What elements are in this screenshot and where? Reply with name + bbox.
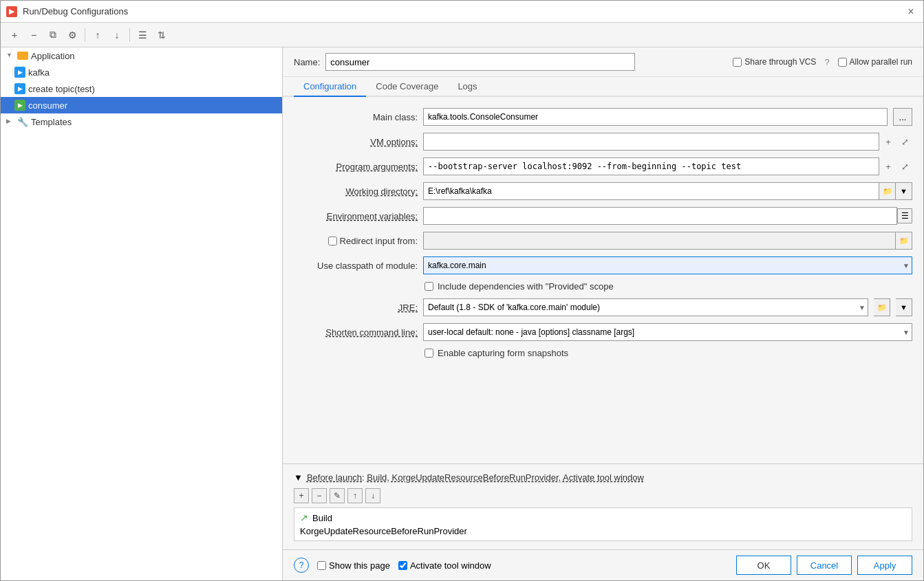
right-panel: Name: Share through VCS ? Allow parallel… <box>283 47 923 580</box>
collapse-icon: ▼ <box>294 472 303 483</box>
jre-browse-button[interactable]: 📁 <box>874 298 890 316</box>
env-vars-row: Environment variables: ☰ <box>294 207 912 225</box>
header-options: Share through VCS ? Allow parallel run <box>733 57 912 67</box>
bl-down-button[interactable]: ↓ <box>365 488 380 503</box>
include-deps-checkbox[interactable] <box>425 282 433 291</box>
show-page-checkbox-label[interactable]: Show this page <box>317 560 390 571</box>
templates-label: Templates <box>31 117 72 127</box>
working-dir-input[interactable] <box>423 182 879 200</box>
redirect-input-field[interactable] <box>423 232 896 250</box>
move-button[interactable]: ☰ <box>134 27 151 43</box>
vm-options-label: VM options: <box>294 137 418 147</box>
bl-remove-button[interactable]: − <box>312 488 327 503</box>
jre-dropdown-button[interactable]: ▼ <box>896 298 912 316</box>
main-class-input[interactable] <box>423 108 888 126</box>
sidebar-item-consumer[interactable]: ▶ consumer <box>1 97 282 113</box>
shorten-cmd-select[interactable]: user-local default: none - java [options… <box>423 323 912 341</box>
env-vars-label: Environment variables: <box>294 211 418 221</box>
jre-select[interactable]: Default (1.8 - SDK of 'kafka.core.main' … <box>423 298 868 316</box>
vm-options-input[interactable] <box>423 133 879 151</box>
remove-config-button[interactable]: − <box>25 27 42 43</box>
cancel-button[interactable]: Cancel <box>797 556 852 575</box>
program-args-expand2-button[interactable]: ⤢ <box>897 159 912 174</box>
share-vcs-checkbox-label[interactable]: Share through VCS <box>733 57 816 67</box>
activate-window-checkbox[interactable] <box>398 561 407 570</box>
working-dir-label: Working directory: <box>294 186 418 197</box>
activate-window-label: Activate tool window <box>410 560 491 571</box>
main-class-label: Main class: <box>294 112 418 122</box>
bl-up-button[interactable]: ↑ <box>347 488 363 503</box>
sidebar-item-application[interactable]: ▼ Application <box>1 47 282 64</box>
sidebar-item-kafka[interactable]: ▶ kafka <box>1 64 282 80</box>
expand-arrow-icon: ▼ <box>6 52 14 60</box>
build-label: Build <box>312 513 332 523</box>
run-config-icon: ▶ <box>14 67 25 78</box>
config-panel: Main class: ... VM options: + ⤢ Program … <box>283 97 923 463</box>
bl-add-button[interactable]: + <box>294 488 309 503</box>
title-bar: ▶ Run/Debug Configurations × <box>1 1 923 23</box>
tab-code-coverage[interactable]: Code Coverage <box>366 77 448 97</box>
korge-label: KorgeUpdateResourceBeforeRunProvider <box>300 526 467 536</box>
main-class-browse-button[interactable]: ... <box>893 108 912 126</box>
redirect-input-label: Redirect input from: <box>340 236 418 246</box>
window-title: Run/Debug Configurations <box>23 6 128 17</box>
redirect-input-input-group: 📁 <box>423 232 912 250</box>
move-up-button[interactable]: ↑ <box>89 27 106 43</box>
run-config-icon-3: ▶ <box>14 100 25 111</box>
program-args-expand-button[interactable]: + <box>881 159 896 174</box>
name-input[interactable] <box>325 53 635 71</box>
show-page-checkbox[interactable] <box>317 561 326 570</box>
vm-options-expand2-button[interactable]: ⤢ <box>897 134 912 149</box>
share-vcs-label: Share through VCS <box>744 57 816 67</box>
vm-options-expand-button[interactable]: + <box>881 134 896 149</box>
before-launch-title[interactable]: Before launch: Build, KorgeUpdateResourc… <box>307 472 644 483</box>
working-dir-browse-button[interactable]: 📁 <box>879 182 896 200</box>
bottom-bar: ? Show this page Activate tool window OK… <box>283 549 923 580</box>
share-vcs-checkbox[interactable] <box>733 58 742 67</box>
classpath-select[interactable]: kafka.core.main <box>423 256 912 274</box>
title-bar-left: ▶ Run/Debug Configurations <box>6 6 128 17</box>
share-vcs-help-icon[interactable]: ? <box>824 57 829 67</box>
move-down-button[interactable]: ↓ <box>109 27 125 43</box>
env-vars-browse-button[interactable]: ☰ <box>897 208 912 223</box>
sidebar-item-templates[interactable]: ▶ 🔧 Templates <box>1 113 282 130</box>
shorten-cmd-select-wrapper: user-local default: none - java [options… <box>423 323 912 341</box>
before-launch-label-underlined: Before launch <box>307 472 362 483</box>
classpath-label: Use classpath of module: <box>294 261 418 271</box>
classpath-row: Use classpath of module: kafka.core.main… <box>294 256 912 274</box>
sidebar-item-create-topic[interactable]: ▶ create topic(test) <box>1 80 282 97</box>
redirect-input-row: Redirect input from: 📁 <box>294 232 912 250</box>
jre-row: JRE: Default (1.8 - SDK of 'kafka.core.m… <box>294 298 912 316</box>
program-args-input-group: + ⤢ <box>423 157 912 175</box>
add-config-button[interactable]: + <box>6 27 23 43</box>
redirect-input-browse-button[interactable]: 📁 <box>896 232 912 250</box>
main-class-row: Main class: ... <box>294 108 912 126</box>
activate-window-checkbox-label[interactable]: Activate tool window <box>398 560 491 571</box>
toolbar-separator-2 <box>129 28 130 42</box>
allow-parallel-checkbox[interactable] <box>838 58 847 67</box>
enable-snapshots-checkbox[interactable] <box>425 349 433 358</box>
allow-parallel-checkbox-label[interactable]: Allow parallel run <box>838 57 912 67</box>
redirect-input-checkbox[interactable] <box>328 237 337 245</box>
run-debug-dialog: ▶ Run/Debug Configurations × + − ⧉ ⚙ ↑ ↓… <box>0 0 924 581</box>
tab-logs[interactable]: Logs <box>448 77 486 97</box>
help-button[interactable]: ? <box>294 558 309 573</box>
tab-configuration[interactable]: Configuration <box>294 77 366 97</box>
working-dir-dropdown-button[interactable]: ▼ <box>896 182 912 200</box>
before-launch-section: ▼ Before launch: Build, KorgeUpdateResou… <box>283 463 923 549</box>
name-bar: Name: Share through VCS ? Allow parallel… <box>283 47 923 77</box>
bl-edit-button[interactable]: ✎ <box>330 488 345 503</box>
sort-button[interactable]: ⇅ <box>153 27 170 43</box>
close-button[interactable]: × <box>904 5 918 19</box>
name-field-label: Name: <box>294 57 320 67</box>
include-deps-label: Include dependencies with "Provided" sco… <box>438 281 614 292</box>
application-label: Application <box>31 51 75 61</box>
copy-config-button[interactable]: ⧉ <box>45 27 61 43</box>
ok-button[interactable]: OK <box>736 556 791 575</box>
application-folder-icon <box>17 50 28 61</box>
program-args-input[interactable] <box>423 157 879 175</box>
apply-button[interactable]: Apply <box>857 556 912 575</box>
vm-options-input-group: + ⤢ <box>423 133 912 151</box>
env-vars-input[interactable] <box>423 207 897 225</box>
settings-button[interactable]: ⚙ <box>64 27 80 43</box>
